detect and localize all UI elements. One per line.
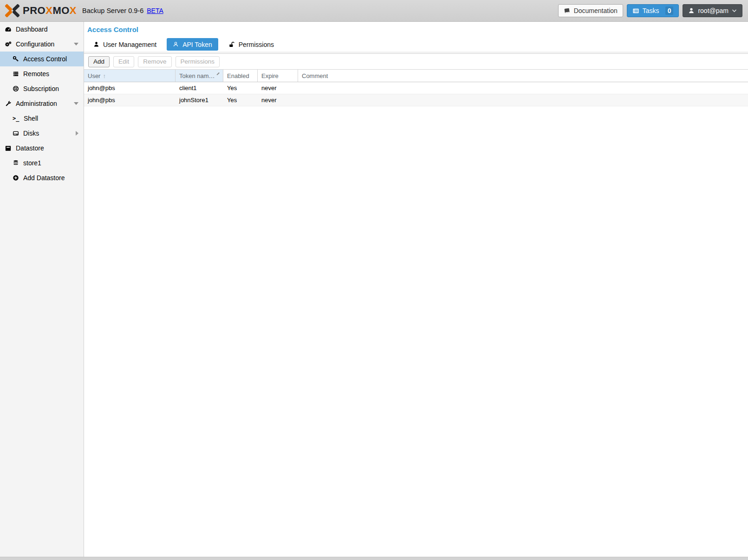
column-header-enabled[interactable]: Enabled — [223, 70, 258, 82]
cell-expire: never — [258, 85, 298, 91]
sidebar-item-label: Remotes — [23, 70, 49, 78]
user-outline-icon — [173, 41, 179, 47]
column-header-user[interactable]: User ↑ — [84, 70, 176, 82]
tab-label: Permissions — [239, 41, 274, 48]
plus-circle-icon — [13, 175, 19, 181]
sidebar-item-label: Configuration — [16, 40, 54, 48]
sidebar-item-label: Access Control — [23, 55, 67, 63]
table-row[interactable]: john@pbs johnStore1 Yes never — [84, 94, 748, 106]
sidebar-item-disks[interactable]: Disks — [0, 126, 84, 141]
sidebar-item-datastore[interactable]: Datastore — [0, 141, 84, 156]
documentation-label: Documentation — [574, 7, 618, 14]
tab-bar: User Management API Token Permissions — [91, 38, 748, 51]
top-header-bar: PROXMOX Backup Server 0.9-6 BETA Documen… — [0, 0, 748, 22]
user-menu-button[interactable]: root@pam — [683, 4, 742, 17]
caret-down-icon[interactable] — [74, 102, 78, 105]
book-icon — [564, 7, 571, 14]
tasks-label: Tasks — [643, 7, 659, 14]
user-icon — [93, 41, 99, 47]
cell-user: john@pbs — [84, 85, 176, 91]
sidebar-item-label: Administration — [16, 100, 57, 107]
grid-toolbar: Add Edit Remove Permissions — [84, 54, 748, 69]
user-icon — [688, 7, 695, 14]
sidebar-item-administration[interactable]: Administration — [0, 96, 84, 111]
cell-user: john@pbs — [84, 97, 176, 104]
clipped-sort-icon — [216, 72, 219, 75]
header-actions: Documentation Tasks 0 root@pam — [558, 4, 742, 17]
tasks-count-badge: 0 — [665, 7, 674, 15]
remove-button: Remove — [138, 56, 171, 67]
column-header-token-name[interactable]: Token nam… — [176, 70, 223, 82]
edit-button: Edit — [113, 56, 134, 67]
dashboard-icon — [5, 26, 12, 33]
sidebar-item-label: Datastore — [16, 144, 44, 152]
sidebar-item-label: Add Datastore — [23, 174, 65, 182]
table-row[interactable]: john@pbs client1 Yes never — [84, 82, 748, 94]
caret-right-icon[interactable] — [76, 131, 78, 136]
documentation-button[interactable]: Documentation — [558, 4, 623, 17]
proxmox-logo: PROXMOX — [6, 4, 77, 18]
add-button[interactable]: Add — [88, 56, 110, 67]
sidebar-item-label: store1 — [23, 159, 41, 167]
task-list-icon — [632, 7, 639, 14]
terminal-icon: >_ — [13, 115, 20, 122]
key-icon — [13, 56, 19, 62]
tab-user-management[interactable]: User Management — [91, 38, 159, 51]
user-label: root@pam — [698, 7, 728, 14]
sidebar-item-remotes[interactable]: Remotes — [0, 66, 84, 81]
sidebar-item-subscription[interactable]: Subscription — [0, 81, 84, 96]
caret-down-icon[interactable] — [74, 43, 78, 46]
bottom-edge-bar — [0, 557, 748, 560]
sidebar-item-label: Subscription — [23, 85, 59, 92]
column-label: Token nam… — [179, 72, 215, 79]
table-header-row: User ↑ Token nam… Enabled Expire Commen — [84, 69, 748, 82]
sidebar-item-store1[interactable]: store1 — [0, 156, 84, 170]
column-label: Comment — [302, 72, 328, 79]
column-label: User — [88, 72, 100, 79]
database-icon — [13, 160, 19, 166]
chevron-down-icon — [732, 9, 737, 13]
list-icon — [13, 71, 19, 77]
cell-token: johnStore1 — [176, 97, 223, 104]
column-header-expire[interactable]: Expire — [258, 70, 298, 82]
wordmark-segment: PRO — [23, 5, 46, 16]
gears-icon — [5, 41, 12, 48]
proxmox-wordmark: PROXMOX — [23, 6, 77, 16]
tab-label: User Management — [103, 41, 156, 48]
column-header-comment[interactable]: Comment — [298, 70, 748, 82]
beta-link[interactable]: BETA — [147, 7, 163, 14]
archive-box-icon — [5, 145, 12, 152]
app-window: PROXMOX Backup Server 0.9-6 BETA Documen… — [0, 0, 748, 560]
sidebar-item-configuration[interactable]: Configuration — [0, 37, 84, 52]
page-title: Access Control — [87, 26, 748, 33]
wordmark-segment: X — [70, 5, 77, 16]
sidebar-item-dashboard[interactable]: Dashboard — [0, 22, 84, 37]
proxmox-x-icon — [6, 4, 20, 18]
tab-api-token[interactable]: API Token — [167, 38, 218, 51]
wrench-icon — [5, 100, 12, 107]
content-area: Dashboard Configuration Access Control — [0, 22, 748, 557]
tab-label: API Token — [182, 41, 212, 48]
sort-ascending-icon: ↑ — [103, 72, 106, 79]
tab-permissions[interactable]: Permissions — [226, 38, 277, 51]
sidebar-item-add-datastore[interactable]: Add Datastore — [0, 170, 84, 185]
sidebar-nav: Dashboard Configuration Access Control — [0, 22, 84, 557]
unlock-icon — [228, 41, 235, 48]
cell-enabled: Yes — [223, 97, 258, 104]
sidebar-item-label: Shell — [24, 115, 38, 122]
sidebar-item-label: Disks — [23, 130, 39, 137]
cell-token: client1 — [176, 85, 223, 91]
life-ring-icon — [13, 85, 19, 92]
column-label: Enabled — [227, 72, 249, 79]
sidebar-item-label: Dashboard — [16, 26, 48, 33]
cell-enabled: Yes — [223, 85, 258, 91]
tasks-button[interactable]: Tasks 0 — [627, 4, 679, 17]
column-label: Expire — [261, 72, 279, 79]
sidebar-item-shell[interactable]: >_ Shell — [0, 111, 84, 126]
permissions-button: Permissions — [176, 56, 220, 67]
product-version-label: Backup Server 0.9-6 — [82, 7, 143, 14]
cell-expire: never — [258, 97, 298, 104]
sidebar-item-access-control[interactable]: Access Control — [0, 52, 84, 66]
api-token-table: User ↑ Token nam… Enabled Expire Commen — [84, 69, 748, 106]
main-panel: Access Control User Management API Token — [84, 22, 748, 557]
